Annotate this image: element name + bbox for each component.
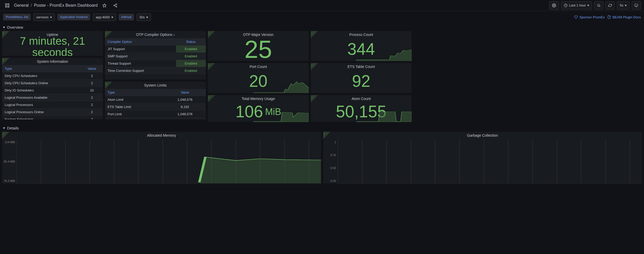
- compiler-header-status[interactable]: Status: [176, 38, 206, 45]
- chevron-down-icon: ▾: [146, 15, 148, 19]
- filterbar-right: Sponsor PromEx BEAM Plugin Docs: [574, 15, 641, 19]
- table-cell-key: SMP Support: [105, 53, 176, 60]
- table-cell-value: 8,192: [164, 103, 206, 111]
- y-tick: 0.25: [323, 179, 336, 182]
- breadcrumb-root[interactable]: General: [14, 3, 29, 8]
- ets-count-panel: ETS Table Count 92: [311, 63, 412, 93]
- interval-select[interactable]: 30s ▾: [137, 13, 151, 21]
- table-cell-value: 1,048,576: [164, 96, 206, 103]
- table-cell-value: 2: [81, 109, 103, 116]
- table-cell-key: Time Correction Support: [105, 67, 176, 74]
- sponsor-label: Sponsor PromEx: [579, 15, 605, 19]
- garbage-collection-chart[interactable]: 1 0.75 0.50 0.25: [323, 140, 642, 183]
- overview-section-toggle[interactable]: ▾ Overview: [0, 23, 644, 31]
- share-icon[interactable]: [111, 1, 119, 10]
- chevron-down-icon[interactable]: ▾: [173, 34, 175, 36]
- filterbar-left: Prometheus Job services ▾ Application In…: [3, 13, 572, 21]
- svg-point-7: [116, 6, 117, 7]
- grid-icon[interactable]: [3, 1, 11, 10]
- table-row: Dirty CPU Schedulers2: [2, 72, 103, 80]
- table-cell-key: Logical Processors Online: [2, 109, 81, 116]
- compiler-title: OTP Compiler Options▾: [105, 31, 206, 38]
- table-row: Process Limit262,144: [105, 118, 206, 120]
- table-row: Time Correction SupportEnabled: [105, 67, 206, 74]
- svg-point-6: [114, 5, 115, 6]
- limits-header-type[interactable]: Type: [105, 89, 164, 96]
- time-range-button[interactable]: Last 1 hour ▾: [561, 1, 592, 10]
- svg-rect-3: [8, 6, 9, 7]
- interval-label: Interval: [119, 14, 134, 20]
- chevron-down-icon: ▾: [587, 3, 589, 7]
- limits-table: Type Value Atom Limit1,048,576ETS Table …: [105, 89, 206, 119]
- table-cell-key: System Schedulers: [2, 116, 81, 120]
- table-cell-value: 2: [81, 72, 103, 80]
- table-cell-value: Enabled: [176, 45, 206, 53]
- chevron-down-icon: ▾: [625, 3, 627, 7]
- chevron-down-icon: ▾: [111, 15, 113, 19]
- breadcrumb-page: Poster - PromEx Beam Dashboard: [34, 3, 97, 8]
- sysinfo-header-value[interactable]: Value: [81, 65, 103, 72]
- y-tick: 1: [323, 141, 336, 144]
- svg-point-5: [116, 4, 117, 5]
- memory-usage-panel: Total Memory Usage 106 MiB: [208, 95, 309, 122]
- interval-value: 30s: [139, 15, 145, 19]
- sysinfo-table: Type Value Dirty CPU Schedulers2Dirty CP…: [2, 65, 103, 119]
- prometheus-job-select[interactable]: services ▾: [33, 13, 55, 21]
- table-cell-key: Atom Limit: [105, 96, 164, 103]
- port-count-sparkline: [253, 80, 309, 93]
- compiler-header-option[interactable]: Compiler Option: [105, 38, 176, 45]
- settings-button[interactable]: [549, 1, 559, 10]
- sponsor-link[interactable]: Sponsor PromEx: [574, 15, 605, 19]
- table-row: Dirty CPU Schedulers Online2: [2, 80, 103, 87]
- topbar-right: Last 1 hour ▾ 5s ▾: [549, 1, 641, 10]
- sysinfo-header-type[interactable]: Type: [2, 65, 81, 72]
- table-cell-key: Port Limit: [105, 111, 164, 118]
- limits-header-value[interactable]: Value: [164, 89, 206, 96]
- atom-count-title: Atom Count: [311, 95, 412, 102]
- table-cell-value: 2: [81, 94, 103, 101]
- y-tick: 114 MiB: [2, 141, 15, 144]
- table-cell-key: Logical Processors Available: [2, 94, 81, 101]
- uptime-value: 7 minutes, 21 seconds: [2, 38, 103, 55]
- overview-col2: OTP Compiler Options▾ Compiler Option St…: [105, 31, 206, 122]
- atom-count-sparkline: [356, 110, 412, 122]
- alloc-plot-area: [17, 140, 321, 183]
- table-row: Thread SupportEnabled: [105, 60, 206, 67]
- chevron-down-icon: ▾: [3, 25, 5, 29]
- refresh-interval-select[interactable]: 5s ▾: [617, 1, 630, 10]
- gc-y-axis: 1 0.75 0.50 0.25: [323, 140, 338, 183]
- atom-count-panel: Atom Count 50,155: [311, 95, 412, 122]
- svg-point-10: [554, 5, 555, 6]
- star-icon[interactable]: [100, 1, 109, 10]
- table-cell-key: Process Limit: [105, 118, 164, 120]
- docs-label: BEAM Plugin Docs: [612, 15, 641, 19]
- topbar-left: General / Poster - PromEx Beam Dashboard: [3, 1, 549, 10]
- table-cell-key: Dirty CPU Schedulers: [2, 72, 81, 80]
- allocated-memory-chart[interactable]: 114 MiB 95.4 MiB 76.3 MiB: [2, 140, 321, 183]
- details-section-toggle[interactable]: ▾ Details: [0, 124, 644, 132]
- tv-mode-button[interactable]: [632, 1, 641, 10]
- refresh-button[interactable]: [605, 1, 615, 10]
- details-grid: Allocated Memory 114 MiB 95.4 MiB 76.3 M…: [0, 132, 644, 183]
- docs-link[interactable]: BEAM Plugin Docs: [607, 15, 641, 19]
- allocated-memory-title: Allocated Memory: [2, 132, 321, 139]
- table-cell-value: 2: [81, 101, 103, 109]
- prometheus-job-label: Prometheus Job: [3, 14, 31, 20]
- filterbar: Prometheus Job services ▾ Application In…: [0, 11, 644, 23]
- system-information-panel: System Information Type Value Dirty CPU …: [2, 58, 103, 119]
- table-row: Logical Processors Online2: [2, 109, 103, 116]
- application-instance-select[interactable]: app:4000 ▾: [93, 13, 116, 21]
- svg-rect-0: [5, 4, 7, 5]
- prometheus-job-value: services: [36, 15, 49, 19]
- compiler-options-panel: OTP Compiler Options▾ Compiler Option St…: [105, 31, 206, 80]
- table-cell-value: 10: [81, 87, 103, 94]
- sysinfo-title: System Information: [2, 58, 103, 65]
- svg-rect-15: [635, 4, 638, 6]
- zoom-out-button[interactable]: [594, 1, 603, 10]
- ets-count-value: 92: [311, 70, 412, 93]
- uptime-title: Uptime: [2, 31, 103, 38]
- memory-usage-sparkline: [253, 110, 309, 122]
- details-title: Details: [7, 126, 19, 130]
- table-cell-key: Dirty IO Schedulers: [2, 87, 81, 94]
- y-tick: 0.50: [323, 166, 336, 170]
